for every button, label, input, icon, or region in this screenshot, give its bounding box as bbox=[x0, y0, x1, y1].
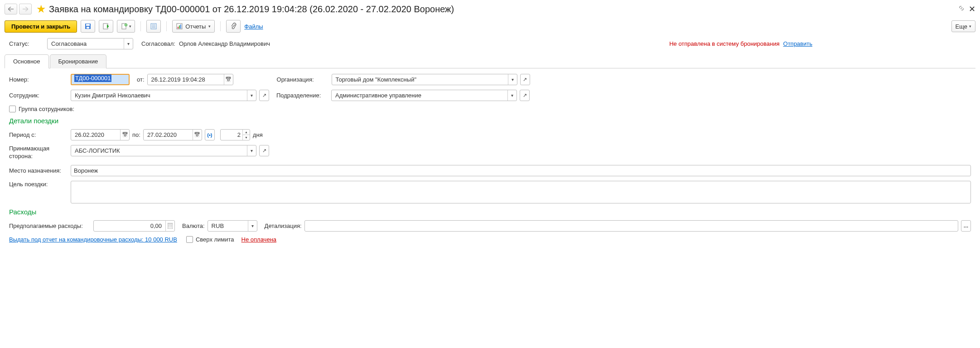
calendar-icon[interactable] bbox=[120, 130, 129, 140]
page-title: Заявка на командировку ТД00-000001 от 26… bbox=[49, 4, 954, 14]
trip-section-title: Детали поездки bbox=[9, 117, 971, 125]
date-input[interactable]: 26.12.2019 19:04:28 bbox=[147, 74, 233, 85]
post-and-close-button[interactable]: Провести и закрыть bbox=[5, 20, 77, 33]
dept-select[interactable]: Административное управление ▾ bbox=[331, 90, 517, 101]
toolbar: Провести и закрыть ▾ Отчеты ▾ Файлы Еще … bbox=[0, 18, 980, 37]
close-icon[interactable]: ✕ bbox=[969, 4, 975, 14]
status-label: Статус: bbox=[9, 40, 43, 47]
calendar-icon[interactable] bbox=[224, 74, 233, 85]
days-spinner[interactable]: 2 ▲▼ bbox=[220, 129, 250, 140]
window-header: ★ Заявка на командировку ТД00-000001 от … bbox=[0, 0, 980, 18]
reports-button[interactable]: Отчеты ▾ bbox=[172, 20, 215, 33]
est-expenses-label: Предполагаемые расходы: bbox=[9, 222, 91, 229]
more-button[interactable]: Еще ▾ bbox=[951, 20, 975, 32]
detail-label: Детализация: bbox=[265, 222, 302, 229]
purpose-textarea[interactable] bbox=[71, 181, 971, 203]
status-select[interactable]: Согласована ▾ bbox=[47, 38, 133, 49]
destination-label: Место назначения: bbox=[9, 167, 68, 174]
link-icon[interactable] bbox=[958, 5, 965, 14]
svg-rect-15 bbox=[168, 223, 172, 225]
employee-label: Сотрудник: bbox=[9, 92, 68, 99]
open-dept-button[interactable]: ↗ bbox=[520, 90, 530, 101]
reports-label: Отчеты bbox=[185, 23, 206, 30]
purpose-label: Цель поездки: bbox=[9, 181, 68, 188]
employee-select[interactable]: Кузин Дмитрий Николаевич ▾ bbox=[71, 90, 256, 101]
chevron-down-icon[interactable]: ▾ bbox=[248, 221, 257, 231]
svg-rect-13 bbox=[180, 24, 181, 29]
separator bbox=[220, 21, 221, 31]
advance-link[interactable]: Выдать под отчет на командировочные расх… bbox=[9, 236, 177, 243]
open-host-button[interactable]: ↗ bbox=[259, 145, 269, 156]
svg-point-19 bbox=[169, 227, 169, 227]
nav-back-button[interactable] bbox=[5, 4, 17, 14]
to-label: по: bbox=[132, 131, 140, 138]
not-paid-link[interactable]: Не оплачена bbox=[241, 236, 276, 243]
favorite-star-icon[interactable]: ★ bbox=[36, 3, 46, 15]
destination-input[interactable]: Воронеж bbox=[71, 165, 971, 176]
calendar-icon[interactable] bbox=[193, 130, 202, 140]
nav-forward-button[interactable] bbox=[19, 4, 32, 14]
chevron-down-icon[interactable]: ▾ bbox=[507, 90, 517, 101]
spin-up-icon[interactable]: ▲ bbox=[243, 130, 250, 135]
svg-rect-2 bbox=[87, 27, 89, 29]
svg-rect-12 bbox=[179, 25, 180, 29]
host-label: Принимающая сторона: bbox=[9, 145, 68, 160]
svg-point-21 bbox=[171, 227, 172, 227]
svg-point-16 bbox=[169, 225, 169, 226]
status-bar: Статус: Согласована ▾ Согласовал: Орлов … bbox=[0, 37, 980, 54]
booking-warning: Не отправлена в систему бронирования bbox=[669, 40, 779, 47]
chevron-down-icon[interactable]: ▾ bbox=[247, 90, 256, 101]
chevron-down-icon[interactable]: ▾ bbox=[508, 74, 517, 85]
currency-label: Валюта: bbox=[182, 222, 205, 229]
number-input[interactable]: ТД00-000001 bbox=[71, 74, 130, 85]
list-button[interactable] bbox=[146, 20, 161, 33]
open-employee-button[interactable]: ↗ bbox=[259, 90, 269, 101]
svg-point-17 bbox=[170, 225, 171, 226]
date-label: от: bbox=[137, 76, 145, 83]
date-from-input[interactable]: 26.02.2020 bbox=[71, 129, 130, 140]
create-from-button[interactable]: ▾ bbox=[117, 20, 135, 33]
calculator-icon[interactable] bbox=[165, 221, 174, 231]
spin-down-icon[interactable]: ▼ bbox=[243, 135, 250, 140]
est-expenses-input[interactable]: 0,00 bbox=[93, 220, 175, 232]
chevron-down-icon[interactable]: ▾ bbox=[247, 145, 256, 156]
period-picker-button[interactable]: (•) bbox=[205, 129, 215, 140]
group-employees-checkbox[interactable] bbox=[9, 106, 16, 112]
approved-by-value: Орлов Александр Владимирович bbox=[179, 40, 270, 47]
send-link[interactable]: Отправить bbox=[783, 40, 812, 47]
attach-button[interactable] bbox=[226, 20, 241, 33]
tab-booking[interactable]: Бронирование bbox=[50, 54, 107, 68]
over-limit-checkbox[interactable] bbox=[186, 236, 193, 243]
detail-ellipsis-button[interactable]: … bbox=[961, 220, 971, 232]
days-label: дня bbox=[253, 131, 263, 138]
number-label: Номер: bbox=[9, 76, 68, 83]
period-label: Период с: bbox=[9, 131, 68, 138]
post-button[interactable] bbox=[99, 20, 113, 33]
open-org-button[interactable]: ↗ bbox=[520, 74, 530, 85]
approved-by-label: Согласовал: bbox=[141, 40, 175, 47]
svg-point-20 bbox=[170, 227, 171, 227]
files-link[interactable]: Файлы bbox=[244, 23, 263, 30]
save-button[interactable] bbox=[81, 20, 95, 33]
chevron-down-icon[interactable]: ▾ bbox=[124, 39, 133, 49]
date-to-input[interactable]: 27.02.2020 bbox=[143, 129, 202, 140]
svg-point-18 bbox=[171, 225, 172, 226]
svg-rect-1 bbox=[86, 24, 90, 26]
tab-main[interactable]: Основное bbox=[5, 54, 49, 68]
over-limit-label: Сверх лимита bbox=[196, 236, 234, 243]
org-select[interactable]: Торговый дом "Комплексный" ▾ bbox=[332, 74, 517, 85]
group-employees-label: Группа сотрудников: bbox=[19, 106, 74, 112]
tab-bar: Основное Бронирование bbox=[5, 54, 975, 68]
separator bbox=[140, 21, 141, 31]
detail-select[interactable] bbox=[304, 220, 958, 232]
form-body: Номер: ТД00-000001 от: 26.12.2019 19:04:… bbox=[0, 68, 980, 253]
dept-label: Подразделение: bbox=[276, 92, 328, 99]
svg-rect-11 bbox=[178, 27, 179, 29]
host-select[interactable]: АБС-ЛОГИСТИК ▾ bbox=[71, 145, 256, 156]
currency-select[interactable]: RUB ▾ bbox=[208, 220, 257, 232]
expenses-section-title: Расходы bbox=[9, 208, 971, 216]
org-label: Организация: bbox=[277, 76, 329, 83]
separator bbox=[166, 21, 167, 31]
